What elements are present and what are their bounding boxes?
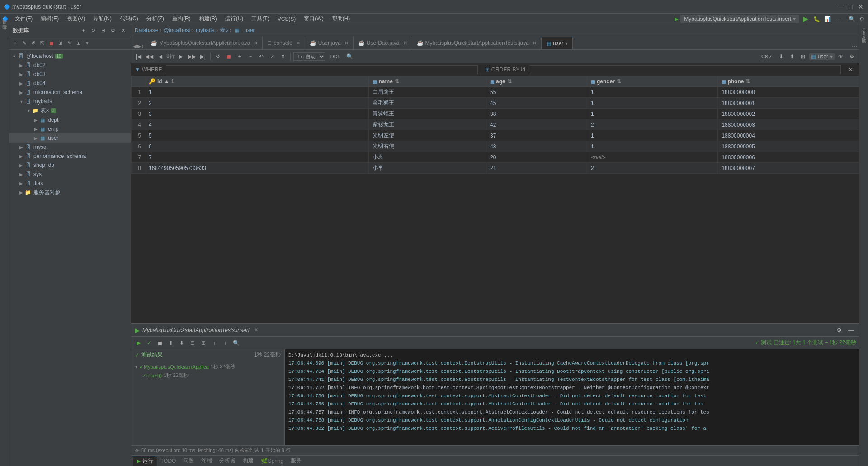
edit-button[interactable]: ✎ <box>20 39 28 48</box>
menu-file[interactable]: 文件(F) <box>11 14 36 24</box>
settings-button[interactable]: ⚙ <box>857 14 866 24</box>
chevron-toolbar-icon[interactable]: ▾ <box>830 53 833 60</box>
run-sort-desc-button[interactable]: ⬇ <box>177 338 186 347</box>
collapse-all-button[interactable]: ⊟ <box>99 27 107 35</box>
cell-age[interactable]: 38 <box>486 109 587 119</box>
table-row[interactable]: 33青翼蝠王38118800000002 <box>132 109 859 119</box>
tree-item-information-schema[interactable]: ▶ 🗄 information_schema <box>9 88 131 97</box>
run-up-button[interactable]: ↑ <box>210 338 219 347</box>
bottom-tab-todo[interactable]: TODO <box>157 457 179 465</box>
table-row[interactable]: 55光明左使37118800000004 <box>132 130 859 141</box>
cell-age[interactable]: 21 <box>486 163 587 174</box>
breadcrumb-mybatis[interactable]: mybatis <box>196 27 214 33</box>
bottom-tab-terminal[interactable]: 终端 <box>198 456 216 466</box>
cell-phone[interactable]: 18800000000 <box>718 87 859 98</box>
cell-id[interactable]: 4 <box>145 119 369 130</box>
cell-name[interactable]: 光明左使 <box>369 130 486 141</box>
run-filter-button[interactable]: ⊟ <box>188 338 197 347</box>
cell-phone[interactable]: 18800000003 <box>718 119 859 130</box>
menu-code[interactable]: 代码(C) <box>116 14 142 24</box>
breadcrumb-user[interactable]: user <box>244 27 255 33</box>
cell-id[interactable]: 7 <box>145 152 369 163</box>
run-with-coverage-button[interactable]: 📊 <box>823 14 832 24</box>
cell-name[interactable]: 光明右使 <box>369 141 486 152</box>
table-row[interactable]: 66光明右使48118800000005 <box>132 141 859 152</box>
add-button[interactable]: ＋ <box>11 39 19 48</box>
run-collapse-button[interactable]: ⊞ <box>199 338 208 347</box>
hide-panel-button[interactable]: — <box>846 326 855 335</box>
cell-age[interactable]: 20 <box>486 152 587 163</box>
nav-right-icon[interactable]: ▶ <box>137 43 141 49</box>
cell-gender[interactable]: 1 <box>587 87 717 98</box>
cell-age[interactable]: 45 <box>486 98 587 109</box>
view-toggle-button[interactable]: 👁 <box>836 52 845 61</box>
col-header-gender[interactable]: ▦ gender ⇅ <box>587 76 717 87</box>
run-config-selector[interactable]: MybatisplusQuickstartApplicationTests.in… <box>680 15 799 23</box>
where-input[interactable] <box>166 65 478 74</box>
cell-name[interactable]: 紫衫龙王 <box>369 119 486 130</box>
tree-item-tables-folder[interactable]: ▾ 📁 表s 3 <box>9 106 131 115</box>
cell-phone[interactable]: 18800000006 <box>718 152 859 163</box>
menu-run[interactable]: 运行(U) <box>222 14 247 24</box>
bottom-tab-problems[interactable]: 问题 <box>179 456 198 466</box>
cell-id[interactable]: 5 <box>145 130 369 141</box>
col-header-name[interactable]: ▦ name ⇅ <box>369 76 486 87</box>
tree-item-localhost[interactable]: ▾ 🗄 @localhost 10 <box>9 52 131 61</box>
csv-button[interactable]: CSV <box>758 52 775 61</box>
cell-age[interactable]: 48 <box>486 141 587 152</box>
import-button[interactable]: ⬆ <box>788 52 797 61</box>
expand-tabs-icon[interactable]: ⋯ <box>852 43 857 49</box>
tree-item-mybatis[interactable]: ▾ 🗄 mybatis <box>9 97 131 106</box>
col-header-age[interactable]: ▦ age ⇅ <box>486 76 587 87</box>
cell-phone[interactable]: 18800000001 <box>718 98 859 109</box>
cell-name[interactable]: 青翼蝠王 <box>369 109 486 119</box>
cell-id[interactable]: 3 <box>145 109 369 119</box>
filter-button[interactable]: ▾ <box>83 39 91 48</box>
close-sidebar-button[interactable]: ✕ <box>119 27 127 35</box>
cell-phone[interactable]: 18800000004 <box>718 130 859 141</box>
menu-window[interactable]: 窗口(W) <box>300 14 327 24</box>
menu-refactor[interactable]: 重构(R) <box>169 14 194 24</box>
table-row[interactable]: 44紫衫龙王42218800000003 <box>132 119 859 130</box>
cell-name[interactable]: 白眉鹰王 <box>369 87 486 98</box>
orderby-input[interactable] <box>529 65 841 74</box>
cell-name[interactable]: 金毛狮王 <box>369 98 486 109</box>
commit-button[interactable]: ⇑ <box>278 52 288 61</box>
tree-item-db03[interactable]: ▶ 🗄 db03 <box>9 70 131 79</box>
tree-item-mysql[interactable]: ▶ 🗄 mysql <box>9 143 131 152</box>
maven-tab[interactable]: Maven <box>860 26 867 43</box>
run-settings-button[interactable]: ⚙ <box>835 326 844 335</box>
bottom-tab-profiler[interactable]: 分析器 <box>216 456 239 466</box>
cell-gender[interactable]: 1 <box>587 109 717 119</box>
close-tab-userdao[interactable]: ✕ <box>403 40 407 46</box>
run-button[interactable]: ▶ <box>801 14 810 24</box>
test-suite-item[interactable]: ▾ ✓ MybatisplusQuickstartApplica 1秒 22毫秒 <box>131 362 284 371</box>
run-check-button[interactable]: ✓ <box>145 338 154 347</box>
cell-name[interactable]: 小李 <box>369 163 486 174</box>
cell-id[interactable]: 2 <box>145 98 369 109</box>
tree-item-performance-schema[interactable]: ▶ 🗄 performance_schema <box>9 152 131 161</box>
minimize-button[interactable]: ─ <box>837 3 844 10</box>
cell-id[interactable]: 1684490505905733633 <box>145 163 369 174</box>
table-row[interactable]: 77小袁20<null>18800000006 <box>132 152 859 163</box>
maximize-button[interactable]: □ <box>847 3 854 10</box>
table-row[interactable]: 81684490505905733633小李21218800000007 <box>132 163 859 174</box>
run-search-button[interactable]: 🔍 <box>231 338 241 347</box>
breadcrumb-localhost[interactable]: @localhost <box>163 27 190 33</box>
menu-view[interactable]: 视图(V) <box>63 14 89 24</box>
cell-age[interactable]: 37 <box>486 130 587 141</box>
next-page-button[interactable]: ▶▶ <box>188 52 197 61</box>
menu-edit[interactable]: 编辑(E) <box>37 14 62 24</box>
add-datasource-button[interactable]: ＋ <box>79 27 87 35</box>
rerun-button[interactable]: ▶ <box>134 338 143 347</box>
cell-gender[interactable]: <null> <box>587 152 717 163</box>
tree-item-tlias[interactable]: ▶ 🗄 tlias <box>9 179 131 188</box>
sort-btn-phone[interactable]: ⇅ <box>745 78 750 85</box>
ddl-button[interactable]: DDL <box>327 52 344 61</box>
stop-button[interactable]: ◼ <box>47 39 55 48</box>
menu-tools[interactable]: 工具(T) <box>248 14 273 24</box>
tree-item-sys[interactable]: ▶ 🗄 sys <box>9 170 131 179</box>
nav-left-icon[interactable]: ◀ <box>133 43 137 49</box>
tab-userdao[interactable]: ☕ UserDao.java ✕ <box>354 37 412 49</box>
close-tab-tests-java[interactable]: ✕ <box>533 40 537 46</box>
